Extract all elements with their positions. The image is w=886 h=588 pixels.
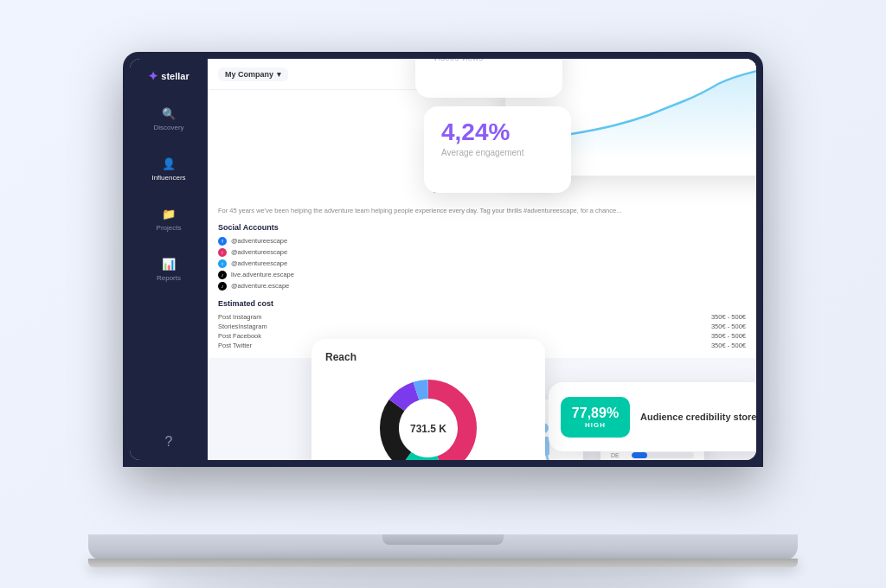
social-account-tiktok[interactable]: ♪ live.adventure.escape — [218, 271, 746, 279]
lang-bar-inner-de — [632, 452, 647, 458]
svg-text:731.5 K: 731.5 K — [410, 423, 446, 435]
tiktok2-icon: ♪ — [218, 282, 227, 291]
laptop-shadow — [140, 571, 746, 588]
social-account-tiktok2[interactable]: ♪ @adventure.escape — [218, 282, 746, 291]
tiktok-icon: ♪ — [218, 271, 227, 279]
reach-title: Reach — [325, 351, 531, 363]
videos-views-label: Videos views — [433, 59, 545, 62]
estimated-cost-title: Estimated cost — [218, 299, 746, 308]
twitter-icon: t — [218, 259, 227, 268]
instagram-icon: i — [218, 248, 227, 257]
engagement-label: Average engagement — [441, 148, 554, 157]
company-selector[interactable]: My Company ▾ — [218, 67, 288, 81]
svg-line-13 — [547, 456, 549, 460]
laptop-notch — [382, 534, 504, 545]
cost-range-instagram: 350€ - 500€ — [711, 313, 746, 321]
tiktok-handle: live.adventure.escape — [231, 271, 294, 278]
projects-label: Projects — [157, 224, 182, 232]
laptop-base — [88, 534, 798, 560]
cost-range-twitter: 350€ - 500€ — [711, 342, 746, 349]
credibility-score-value: 77,89% — [571, 406, 620, 421]
card-credibility: 77,89% HIGH Audience credibility store — [549, 382, 756, 451]
cost-row-instagram: Post Instagram 350€ - 500€ — [218, 313, 746, 321]
logo-star-icon: ✦ — [148, 69, 158, 83]
sidebar-item-influencers[interactable]: 👤 Influencers — [138, 150, 200, 187]
twitter-handle: @adventureescape — [231, 259, 287, 267]
cost-platform-instagram: Post Instagram — [218, 313, 261, 321]
card-videos-views: 1,5M Videos views — [415, 59, 562, 98]
reports-label: Reports — [157, 274, 181, 282]
company-name: My Company — [225, 70, 273, 79]
discovery-icon: 🔍 — [161, 105, 177, 121]
card-engagement: 4,24% Average engagement — [424, 106, 571, 193]
card-reach: Reach — [311, 339, 545, 460]
instagram-handle: @adventureescape — [231, 248, 287, 256]
sidebar-nav: 🔍 Discovery 👤 Influencers 📁 Projects 📊 R… — [130, 100, 208, 287]
credibility-description: Audience credibility store — [640, 411, 756, 423]
social-account-instagram[interactable]: i @adventureescape — [218, 248, 746, 257]
laptop-foot — [88, 559, 798, 567]
social-account-facebook[interactable]: f @adventureescape — [218, 237, 746, 246]
sidebar-item-discovery[interactable]: 🔍 Discovery — [138, 100, 200, 137]
laptop-screen: ✦ stellar 🔍 Discovery 👤 Influencers 📁 Pr… — [123, 52, 763, 467]
main-content: My Company ▾ Adventure.Escape — [208, 59, 756, 460]
social-accounts-title: Social Accounts — [218, 223, 746, 232]
cost-range-facebook: 350€ - 500€ — [711, 332, 746, 340]
laptop-wrapper: ✦ stellar 🔍 Discovery 👤 Influencers 📁 Pr… — [88, 52, 798, 536]
projects-icon: 📁 — [161, 206, 177, 221]
facebook-icon: f — [218, 237, 227, 246]
credibility-score-box: 77,89% HIGH — [561, 397, 630, 438]
bio-text: For 45 years we've been helping the adve… — [218, 207, 746, 216]
reach-donut-chart: 731.5 K — [325, 372, 531, 460]
social-account-twitter[interactable]: t @adventureescape — [218, 259, 746, 268]
credibility-score-label: HIGH — [571, 421, 620, 429]
cost-platform-twitter: Post Twitter — [218, 342, 252, 349]
help-icon[interactable]: ? — [165, 434, 173, 450]
cost-range-stories: 350€ - 500€ — [711, 323, 746, 330]
chevron-down-icon: ▾ — [277, 70, 281, 79]
sidebar-item-reports[interactable]: 📊 Reports — [138, 251, 200, 287]
app-name-label: stellar — [161, 71, 189, 81]
influencers-icon: 👤 — [161, 156, 177, 171]
engagement-value: 4,24% — [441, 120, 554, 144]
discovery-label: Discovery — [153, 124, 183, 131]
content-body: For 45 years we've been helping the adve… — [208, 200, 756, 358]
sidebar: ✦ stellar 🔍 Discovery 👤 Influencers 📁 Pr… — [130, 59, 208, 460]
sidebar-item-projects[interactable]: 📁 Projects — [138, 201, 200, 237]
tiktok2-handle: @adventure.escape — [231, 282, 289, 290]
reports-icon: 📊 — [161, 256, 177, 272]
cost-row-stories: StoriesInstagram 350€ - 500€ — [218, 323, 746, 330]
screen-inner: ✦ stellar 🔍 Discovery 👤 Influencers 📁 Pr… — [130, 59, 756, 460]
cost-platform-facebook: Post Facebook — [218, 332, 261, 340]
app-logo: ✦ stellar — [148, 69, 189, 83]
lang-label-de: DE — [611, 452, 628, 458]
lang-bar-outer-de — [632, 452, 694, 458]
lang-bar-de: DE — [611, 452, 694, 458]
influencers-label: Influencers — [151, 174, 185, 182]
facebook-handle: @adventureescape — [231, 237, 287, 245]
cost-platform-stories: StoriesInstagram — [218, 323, 267, 330]
